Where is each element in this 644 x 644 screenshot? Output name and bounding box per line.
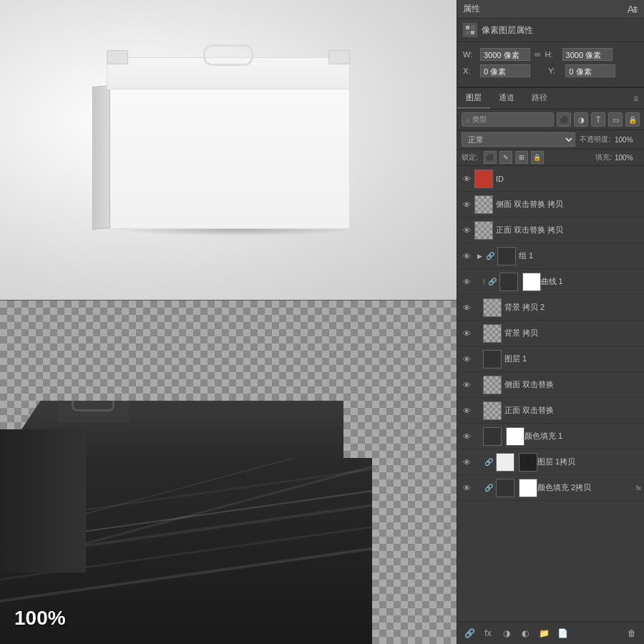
lock-pixel-btn[interactable]: ⬛ xyxy=(484,151,497,164)
prop-x-label: X: xyxy=(463,67,477,75)
layer-visibility-icon[interactable]: 👁 xyxy=(460,482,473,494)
layer-name: 曲线 1 xyxy=(541,276,641,287)
list-item[interactable]: 👁 背景 拷贝 2 xyxy=(457,295,644,321)
box-body xyxy=(107,86,350,229)
prop-w-label: W: xyxy=(463,50,477,59)
layer-icon-small xyxy=(463,23,477,37)
fx-badge: fx xyxy=(636,484,641,492)
lock-artboard-btn[interactable]: ⊞ xyxy=(515,151,528,164)
layer-thumbnail xyxy=(483,350,502,369)
layer-visibility-icon[interactable]: 👁 xyxy=(460,404,473,417)
curve-icon: f xyxy=(483,278,485,286)
add-style-btn[interactable]: fx xyxy=(480,625,496,641)
add-adjustment-btn[interactable]: ◐ xyxy=(517,625,533,641)
layer-thumbnail xyxy=(474,195,493,214)
layer-visibility-icon[interactable]: 👁 xyxy=(460,379,473,391)
layer-name: 正面 双击替换 拷贝 xyxy=(496,225,641,235)
layer-thumbnail xyxy=(483,376,502,394)
list-item[interactable]: 👁 颜色填充 1 xyxy=(457,424,644,449)
layer-visibility-icon[interactable]: 👁 xyxy=(460,275,473,288)
layer-thumbnail xyxy=(499,273,518,291)
dark-handle-hole xyxy=(72,401,114,411)
properties-sub-title: 像素图层属性 xyxy=(482,24,533,36)
filter-smart-icon[interactable]: 🔒 xyxy=(625,112,640,127)
layers-panel: 图层 通道 路径 ≡ ⌕ 类型 ⬛ ◑ T ▭ 🔒 xyxy=(457,88,644,644)
canvas-bottom[interactable]: 100% xyxy=(0,301,457,644)
fill-value: 100% xyxy=(615,154,640,162)
filter-adj-icon[interactable]: ◑ xyxy=(574,112,588,127)
properties-title: 属性 xyxy=(463,3,480,15)
svg-rect-0 xyxy=(466,26,469,29)
filter-pixel-icon[interactable]: ⬛ xyxy=(557,112,571,127)
prop-w-input[interactable]: 3000 像素 xyxy=(480,48,530,61)
prop-y-label: Y: xyxy=(548,67,562,75)
list-item[interactable]: 👁 正面 双击替换 xyxy=(457,398,644,424)
layer-name: 组 1 xyxy=(519,250,641,261)
prop-y-input[interactable]: 0 像素 xyxy=(565,64,615,77)
layer-visibility-icon[interactable]: 👁 xyxy=(460,198,473,211)
layer-visibility-icon[interactable]: 👁 xyxy=(460,224,473,237)
layer-mask xyxy=(522,273,541,291)
tab-layers[interactable]: 图层 xyxy=(457,88,490,109)
layer-visibility-icon[interactable]: 👁 xyxy=(460,301,473,314)
layer-visibility-icon[interactable]: 👁 xyxy=(460,250,473,263)
list-item[interactable]: 👁 图层 1 xyxy=(457,346,644,372)
list-item-group[interactable]: 👁 ▶ 🔗 组 1 xyxy=(457,243,644,269)
lock-all-btn[interactable]: 🔒 xyxy=(531,151,544,164)
chain-icon: 🔗 xyxy=(487,276,498,288)
filter-text-icon[interactable]: T xyxy=(591,112,605,127)
layer-thumbnail xyxy=(474,221,493,240)
lock-position-btn[interactable]: ✎ xyxy=(499,151,512,164)
layer-name: 颜色填充 2拷贝 xyxy=(537,482,634,493)
layer-visibility-icon[interactable]: 👁 xyxy=(460,353,473,366)
dark-handle-area xyxy=(57,401,129,422)
list-item[interactable]: 👁 ID xyxy=(457,166,644,192)
fill-label: 填充: xyxy=(595,152,612,162)
layer-visibility-icon[interactable]: 👁 xyxy=(460,172,473,185)
layer-name: 背景 拷贝 2 xyxy=(504,302,641,313)
layer-thumbnail xyxy=(497,247,516,265)
list-item[interactable]: 👁 侧面 双击替换 xyxy=(457,372,644,398)
layer-mode-row: 正常 不透明度: 100% xyxy=(457,130,644,150)
tab-paths[interactable]: 路径 xyxy=(523,88,556,109)
main-layout: 100% 属性 At ≡ 像素图层属性 xyxy=(0,0,644,644)
layer-visibility-icon[interactable]: 👁 xyxy=(460,327,473,340)
list-item[interactable]: 👁 🔗 颜色填充 2拷贝 fx xyxy=(457,475,644,501)
layers-menu-icon[interactable]: ≡ xyxy=(628,89,644,108)
list-item[interactable]: 👁 侧面 双击替换 拷贝 xyxy=(457,192,644,218)
canvas-top[interactable] xyxy=(0,0,457,301)
list-item[interactable]: 👁 f 🔗 曲线 1 xyxy=(457,269,644,295)
link-layers-btn[interactable]: 🔗 xyxy=(462,625,477,641)
layer-mask xyxy=(519,453,537,472)
properties-panel: 属性 At ≡ 像素图层属性 W: 3000 像素 xyxy=(457,0,644,88)
list-item[interactable]: 👁 正面 双击替换 拷贝 xyxy=(457,218,644,243)
layer-visibility-icon[interactable]: 👁 xyxy=(460,430,473,443)
right-panel: 属性 At ≡ 像素图层属性 W: 3000 像素 xyxy=(457,0,644,644)
opacity-label: 不透明度: xyxy=(580,135,610,145)
add-group-btn[interactable]: 📁 xyxy=(536,625,552,641)
blend-mode-select[interactable]: 正常 xyxy=(462,132,575,147)
layers-list[interactable]: 👁 ID 👁 侧面 双击替换 拷贝 👁 xyxy=(457,166,644,622)
prop-x-input[interactable]: 0 像素 xyxy=(480,64,530,77)
layer-visibility-icon[interactable]: 👁 xyxy=(460,456,473,469)
layer-name: 正面 双击替换 xyxy=(504,405,641,416)
list-item[interactable]: 👁 🔗 图层 1拷贝 xyxy=(457,449,644,475)
search-box[interactable]: ⌕ 类型 xyxy=(462,112,554,127)
link-icon-2 xyxy=(535,66,544,76)
layer-mask xyxy=(506,427,525,446)
delete-layer-btn[interactable]: 🗑 xyxy=(624,625,640,641)
at-label: At xyxy=(628,4,637,15)
lock-row: 锁定: ⬛ ✎ ⊞ 🔒 填充: 100% xyxy=(457,150,644,166)
tab-channels[interactable]: 通道 xyxy=(490,88,523,109)
layers-toolbar: ⌕ 类型 ⬛ ◑ T ▭ 🔒 xyxy=(457,109,644,130)
expand-arrow-icon[interactable]: ▶ xyxy=(474,251,484,261)
prop-h-input[interactable]: 3000 像素 xyxy=(562,48,613,61)
add-mask-btn[interactable]: ◑ xyxy=(499,625,514,641)
list-item[interactable]: 👁 背景 拷贝 xyxy=(457,321,644,346)
layer-thumbnail xyxy=(474,170,493,188)
add-layer-btn[interactable]: 📄 xyxy=(555,625,570,641)
layer-name: 颜色填充 1 xyxy=(525,431,641,441)
layer-name: 图层 1拷贝 xyxy=(537,457,641,467)
filter-shape-icon[interactable]: ▭ xyxy=(608,112,623,127)
search-type-label: 类型 xyxy=(472,114,487,125)
